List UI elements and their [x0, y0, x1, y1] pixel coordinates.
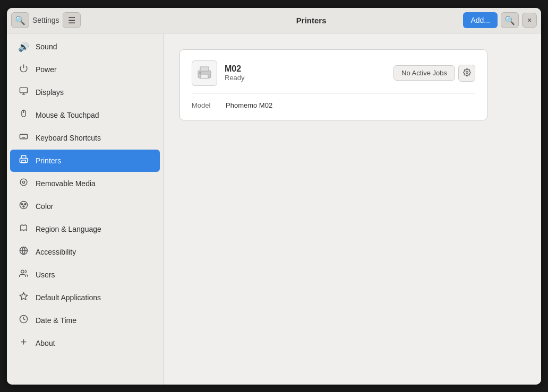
svg-point-19 — [23, 205, 24, 207]
model-value: Phomemo M02 — [226, 101, 272, 109]
main-content: 🔊 Sound Power Displays — [7, 33, 541, 385]
svg-rect-1 — [20, 88, 27, 93]
sidebar-item-label: Users — [36, 271, 55, 279]
settings-label: Settings — [32, 16, 59, 24]
sidebar-item-label: About — [36, 339, 55, 347]
displays-icon — [18, 86, 29, 98]
printer-settings-button[interactable] — [458, 65, 475, 82]
sidebar-item-label: Region & Language — [36, 225, 101, 233]
svg-point-17 — [21, 203, 23, 205]
color-icon — [18, 201, 29, 212]
default-apps-icon — [18, 292, 29, 303]
power-icon — [18, 64, 29, 75]
printer-info: M02 Ready — [225, 64, 386, 82]
sidebar-item-removable-media[interactable]: Removable Media — [10, 172, 160, 195]
svg-point-18 — [24, 203, 25, 205]
region-icon — [18, 223, 29, 235]
keyboard-icon — [18, 132, 29, 144]
sidebar-item-label: Date & Time — [36, 316, 76, 325]
svg-marker-23 — [20, 292, 27, 299]
printer-status: Ready — [225, 74, 386, 82]
sidebar-item-date-time[interactable]: Date & Time — [10, 309, 160, 332]
svg-point-14 — [22, 181, 24, 183]
svg-point-16 — [20, 201, 27, 208]
sidebar-item-default-applications[interactable]: Default Applications — [10, 286, 160, 309]
svg-rect-28 — [200, 67, 209, 71]
sidebar-item-printers[interactable]: Printers — [10, 150, 160, 172]
removable-media-icon — [18, 178, 29, 189]
add-button[interactable]: Add... — [463, 12, 498, 28]
sidebar-item-mouse-touchpad[interactable]: Mouse & Touchpad — [10, 104, 160, 126]
sidebar-item-label: Power — [36, 65, 57, 74]
mouse-icon — [18, 109, 29, 121]
model-label: Model — [192, 101, 218, 109]
sidebar-item-region-language[interactable]: Region & Language — [10, 218, 160, 240]
printer-header: M02 Ready No Active Jobs — [192, 60, 475, 86]
printer-card: M02 Ready No Active Jobs — [179, 49, 487, 120]
sidebar-item-sound[interactable]: 🔊 Sound — [10, 36, 160, 58]
sidebar-item-color[interactable]: Color — [10, 195, 160, 217]
titlebar-center: Printers — [164, 16, 459, 25]
svg-point-31 — [466, 71, 468, 73]
svg-rect-30 — [199, 72, 201, 74]
search-button[interactable]: 🔍 — [11, 12, 29, 28]
sidebar-item-accessibility[interactable]: Accessibility — [10, 241, 160, 263]
sidebar-item-users[interactable]: Users — [10, 264, 160, 286]
sidebar-item-displays[interactable]: Displays — [10, 81, 160, 103]
search-right-button[interactable]: 🔍 — [501, 12, 519, 28]
sidebar-item-about[interactable]: About — [10, 332, 160, 354]
printers-icon — [18, 155, 29, 167]
sidebar-item-label: Default Applications — [36, 293, 101, 302]
printer-icon-box — [192, 60, 217, 86]
users-icon — [18, 269, 29, 281]
search-right-icon: 🔍 — [504, 15, 515, 25]
titlebar-left: 🔍 Settings ☰ — [7, 12, 164, 28]
printer-name: M02 — [225, 64, 386, 74]
sidebar-item-label: Accessibility — [36, 248, 76, 256]
search-icon: 🔍 — [15, 15, 25, 25]
app-window: 🔍 Settings ☰ Printers Add... 🔍 × 🔊 — [7, 8, 541, 385]
svg-rect-29 — [201, 74, 208, 79]
svg-point-22 — [21, 270, 24, 273]
content-area: M02 Ready No Active Jobs — [164, 33, 541, 385]
gear-icon — [463, 68, 471, 78]
printer-actions: No Active Jobs — [393, 65, 475, 82]
sidebar-item-label: Color — [36, 202, 53, 211]
sidebar-item-label: Keyboard Shortcuts — [36, 134, 101, 142]
sidebar-item-label: Sound — [36, 42, 57, 51]
sidebar-item-keyboard-shortcuts[interactable]: Keyboard Shortcuts — [10, 127, 160, 149]
sidebar-item-label: Displays — [36, 88, 64, 97]
sidebar-item-label: Printers — [36, 156, 61, 165]
printer-model-row: Model Phomemo M02 — [192, 93, 475, 109]
sidebar-item-label: Removable Media — [36, 179, 96, 188]
close-icon: × — [527, 16, 532, 24]
about-icon — [18, 337, 29, 349]
titlebar: 🔍 Settings ☰ Printers Add... 🔍 × — [7, 8, 541, 33]
svg-rect-6 — [20, 134, 27, 139]
page-title: Printers — [296, 16, 327, 25]
menu-button[interactable]: ☰ — [63, 12, 81, 28]
datetime-icon — [18, 315, 29, 326]
sidebar: 🔊 Sound Power Displays — [7, 33, 164, 385]
menu-icon: ☰ — [68, 15, 75, 25]
no-active-jobs-button[interactable]: No Active Jobs — [393, 65, 455, 81]
printer-thumbnail-icon — [196, 65, 213, 82]
accessibility-icon — [18, 246, 29, 258]
titlebar-right: Add... 🔍 × — [459, 12, 541, 28]
sidebar-item-power[interactable]: Power — [10, 58, 160, 81]
sidebar-item-label: Mouse & Touchpad — [36, 111, 99, 119]
sound-icon: 🔊 — [18, 41, 29, 53]
close-button[interactable]: × — [522, 13, 537, 28]
svg-point-15 — [20, 179, 27, 186]
